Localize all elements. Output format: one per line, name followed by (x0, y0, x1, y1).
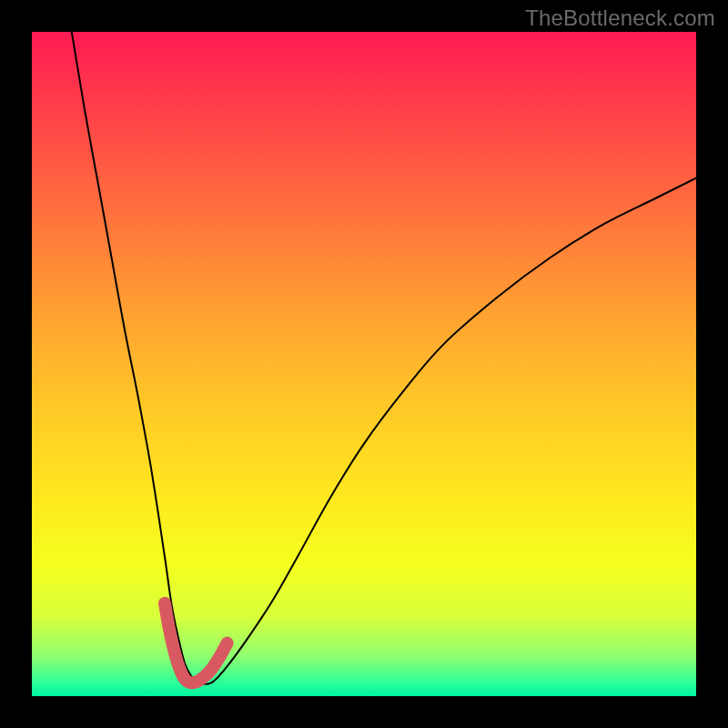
watermark-label: TheBottleneck.com (525, 5, 715, 31)
gradient-background (32, 32, 696, 696)
chart-frame: TheBottleneck.com (0, 0, 728, 728)
